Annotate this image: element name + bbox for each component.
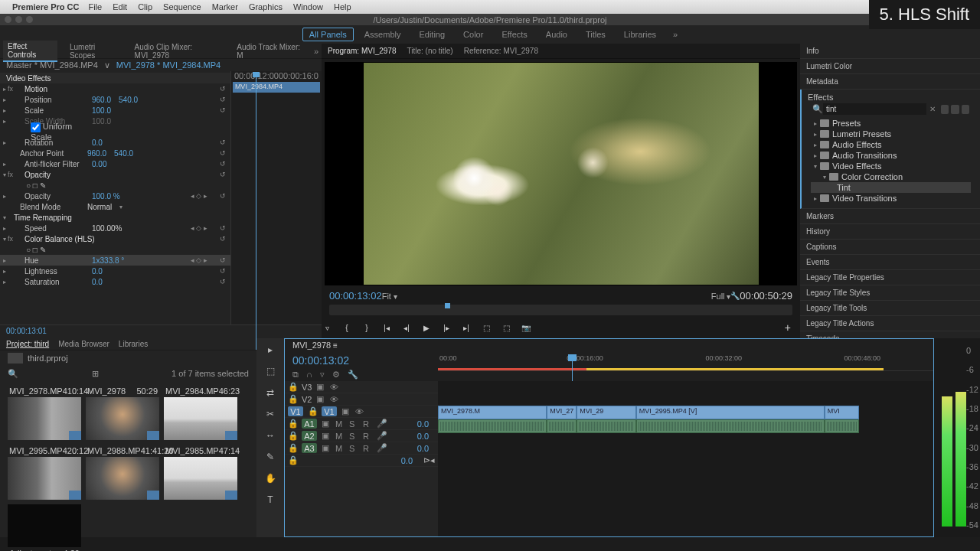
lock-icon[interactable]: 🔒 [288,419,297,429]
tab-libraries[interactable]: Libraries [119,340,148,348]
reset-icon[interactable]: ↺ [220,192,226,200]
toggle-output-icon[interactable]: ▣ [316,394,325,404]
workspace-titles[interactable]: Titles [578,28,613,41]
ripple-tool-icon[interactable]: ⇄ [263,386,277,399]
step-back-icon[interactable]: ◂| [401,322,412,333]
track-v2[interactable]: V2 [302,395,312,404]
panel-lumetri-color[interactable]: Lumetri Color [800,59,980,74]
track-a1[interactable]: A1 [302,419,317,429]
saturation-value[interactable]: 0.0 [92,278,103,286]
speed-value[interactable]: 100.00% [92,224,122,233]
video-clip[interactable]: MVI_2978.M [438,406,547,419]
tree-audio-effects[interactable]: Audio Effects [832,140,882,149]
go-to-in-icon[interactable]: |◂ [381,322,392,333]
anchor-y[interactable]: 540.0 [114,149,133,158]
reset-icon[interactable]: ↺ [220,149,226,157]
reset-icon[interactable]: ↺ [220,171,226,178]
audio-clip[interactable] [438,419,547,433]
tree-lumetri-presets[interactable]: Lumetri Presets [832,129,891,139]
fx-badge[interactable]: fx [8,171,18,178]
tree-video-transitions[interactable]: Video Transitions [832,194,897,203]
position-x[interactable]: 960.0 [92,96,111,104]
tree-audio-transitions[interactable]: Audio Transitions [832,151,897,160]
program-timecode-left[interactable]: 00:00:13:02 [329,290,382,302]
marker-icon[interactable]: ▿ [320,370,325,380]
keyframe-nav[interactable]: ◂ ◇ ▸ [191,192,207,200]
track-volume[interactable]: 0.0 [417,444,429,453]
out-point-icon[interactable]: } [361,322,372,333]
mask-tools[interactable]: ○ □ ✎ [3,181,87,190]
audio-clip[interactable] [825,419,859,433]
panel-history[interactable]: History [800,224,980,240]
project-item[interactable]: MVI_297850:29 [86,385,159,440]
project-item[interactable]: MVI_2978.MP410:14 [8,385,81,440]
timeline-tracks[interactable]: MVI_2978.M MVI_27 MVI_29 MVI_2995.MP4 [V… [438,381,933,536]
tab-project[interactable]: Project: third [6,340,49,348]
in-point-icon[interactable]: { [341,322,352,333]
menu-window[interactable]: Window [293,2,323,11]
keyframe-nav[interactable]: ◂ ◇ ▸ [191,224,207,232]
workspace-effects[interactable]: Effects [494,28,534,41]
tab-lumetri-scopes[interactable]: Lumetri Scopes [65,41,122,61]
keyframe-nav[interactable]: ◂ ◇ ▸ [191,256,207,264]
track-volume[interactable]: 0.0 [417,419,429,429]
slip-tool-icon[interactable]: ↔ [263,429,277,442]
reset-icon[interactable]: ↺ [220,106,226,114]
settings-icon[interactable]: ⚙ [332,370,340,380]
type-tool-icon[interactable]: T [263,493,277,507]
opacity-value[interactable]: 100.0 % [92,192,120,201]
zoom-fit[interactable]: Fit ▾ [382,292,397,301]
panel-legacy-title-tools[interactable]: Legacy Title Tools [800,301,980,316]
panel-captions[interactable]: Captions [800,240,980,255]
antiflicker-value[interactable]: 0.00 [92,160,106,168]
mini-clip[interactable]: MVI_2984.MP4 [233,82,320,93]
reset-icon[interactable]: ↺ [220,267,226,275]
uniform-scale-checkbox[interactable] [31,122,41,132]
track-a2[interactable]: A2 [302,431,317,441]
tree-presets[interactable]: Presets [832,119,861,128]
fx-badge[interactable]: fx [8,85,18,93]
rotation-value[interactable]: 0.0 [92,139,103,147]
lock-icon[interactable]: 🔒 [288,455,297,465]
reset-icon[interactable]: ↺ [220,139,226,146]
marker-icon[interactable]: ▿ [322,322,332,333]
play-icon[interactable]: ▶ [421,322,432,333]
audio-clip[interactable] [577,419,636,433]
menu-help[interactable]: Help [334,2,351,11]
reset-icon[interactable]: ↺ [220,224,226,232]
sequence-tab[interactable]: MVI_2978 [292,341,331,350]
eye-icon[interactable]: 👁 [330,383,339,392]
panel-effects[interactable]: Effects 🔍 ✕ ▸Presets ▸Lumetri Presets ▸A… [800,90,980,209]
position-y[interactable]: 540.0 [119,96,138,104]
master-volume[interactable]: 0.0 [401,456,413,465]
blend-value[interactable]: Normal [87,203,112,211]
hand-tool-icon[interactable]: ✋ [263,471,277,485]
workspace-all-panels[interactable]: All Panels [302,28,354,41]
menu-graphics[interactable]: Graphics [249,2,283,11]
video-clip[interactable]: MVI [825,406,859,419]
motion-effect[interactable]: Motion [18,85,103,93]
tab-media-browser[interactable]: Media Browser [58,340,109,348]
audio-clip[interactable] [547,419,577,433]
track-v1[interactable]: V1 [322,406,337,416]
panel-info[interactable]: Info [800,44,980,59]
project-item[interactable]: MVI_2984.MP46:23 [164,385,237,440]
reset-icon[interactable]: ↺ [220,96,226,103]
panel-events[interactable]: Events [800,255,980,270]
workspace-libraries[interactable]: Libraries [616,28,664,41]
app-name[interactable]: Premiere Pro CC [12,2,79,11]
search-icon[interactable]: 🔍 [8,369,18,379]
panel-legacy-title-actions[interactable]: Legacy Title Actions [800,316,980,331]
video-clip[interactable]: MVI_2995.MP4 [V] [636,406,825,419]
menu-clip[interactable]: Clip [138,2,152,11]
project-item[interactable]: MVI_2985.MP47:14 [164,445,237,500]
video-clip[interactable]: MVI_29 [577,406,636,419]
source-v1[interactable]: V1 [288,406,303,416]
reset-icon[interactable]: ↺ [220,235,226,243]
video-clip[interactable]: MVI_27 [547,406,577,419]
step-fwd-icon[interactable]: |▸ [441,322,452,333]
panel-markers[interactable]: Markers [800,209,980,224]
program-monitor[interactable] [325,62,797,285]
project-item[interactable]: MVI_2995.MP420:12 [8,445,81,500]
menu-sequence[interactable]: Sequence [163,2,201,11]
